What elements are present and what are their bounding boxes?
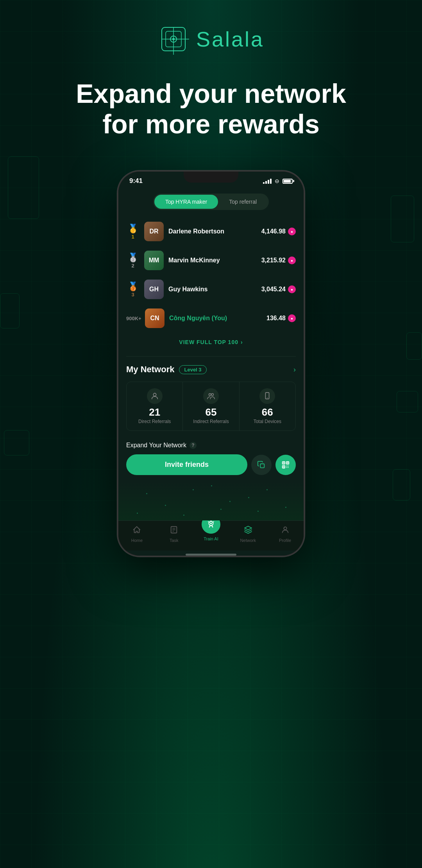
- hero-text: Expand your network for more rewards: [52, 78, 369, 139]
- nav-home[interactable]: Home: [118, 525, 156, 543]
- svg-point-7: [209, 394, 211, 396]
- leader-name-2: Marvin McKinney: [168, 257, 257, 264]
- nav-network[interactable]: Network: [229, 525, 266, 543]
- network-icon: [244, 525, 252, 536]
- svg-rect-18: [286, 466, 287, 466]
- total-devices-label: Total Devices: [254, 419, 281, 424]
- home-icon: [132, 525, 141, 536]
- svg-rect-19: [288, 466, 289, 466]
- nav-profile[interactable]: Profile: [266, 525, 304, 543]
- network-chevron[interactable]: ›: [293, 366, 296, 374]
- indirect-referrals-count: 65: [206, 407, 217, 417]
- svg-point-8: [211, 394, 214, 396]
- leader-score-3: 3,045.24 ●: [261, 285, 296, 293]
- signal-icon: [263, 178, 272, 184]
- profile-label: Profile: [279, 538, 291, 543]
- leader-name-you: Công Nguyên (You): [169, 315, 262, 322]
- invite-friends-button[interactable]: Invite friends: [126, 454, 247, 475]
- svg-rect-20: [286, 467, 287, 468]
- leaderboard-item-1: 🥇 1 DR Darlene Robertson 4,146.98 ●: [126, 217, 296, 246]
- logo-icon: [158, 23, 189, 55]
- invite-row: Invite friends: [126, 454, 296, 475]
- battery-icon: [283, 179, 293, 184]
- phone-notch: [184, 172, 238, 183]
- rank-900k: 900K+: [126, 316, 140, 321]
- help-icon[interactable]: ?: [190, 442, 197, 449]
- expand-label-row: Expand Your Network ?: [126, 442, 296, 449]
- svg-point-10: [267, 398, 268, 398]
- nav-task[interactable]: Task: [156, 525, 193, 543]
- stat-indirect-referrals: 65 Indirect Referrals: [183, 382, 239, 430]
- indirect-referrals-label: Indirect Referrals: [193, 419, 229, 424]
- level-badge: Level 3: [179, 365, 206, 374]
- svg-rect-16: [287, 462, 288, 463]
- my-network-title: My Network: [126, 364, 174, 375]
- status-icons: ⊖: [263, 178, 293, 184]
- svg-rect-21: [288, 467, 289, 468]
- rank-medal-2: 🥈 2: [126, 253, 139, 268]
- direct-referrals-count: 21: [149, 407, 160, 417]
- total-devices-icon: [259, 388, 275, 404]
- copy-link-button[interactable]: [251, 455, 272, 475]
- avatar-3: GH: [144, 280, 164, 299]
- avatar-you: CN: [145, 308, 165, 328]
- leaderboard-item-you: 900K+ CN Công Nguyên (You) 136.48 ●: [126, 304, 296, 333]
- svg-rect-15: [283, 462, 284, 463]
- stat-total-devices: 66 Total Devices: [240, 382, 295, 430]
- task-label: Task: [170, 538, 179, 543]
- app-logo-text: Salala: [196, 27, 264, 51]
- indirect-referrals-icon: [203, 388, 219, 404]
- leader-score-2: 3,215.92 ●: [261, 256, 296, 264]
- svg-rect-11: [260, 464, 264, 468]
- expand-label-text: Expand Your Network: [126, 442, 186, 449]
- home-label: Home: [131, 538, 143, 543]
- particle-area: [118, 481, 304, 520]
- leaderboard-item-3: 🥉 3 GH Guy Hawkins 3,045.24 ●: [126, 275, 296, 304]
- leaderboard: 🥇 1 DR Darlene Robertson 4,146.98 ●: [118, 214, 304, 356]
- expand-section: Expand Your Network ? Invite friends: [118, 435, 304, 481]
- phone-mockup: 9:41 ⊖: [117, 170, 305, 557]
- task-icon: [170, 525, 178, 536]
- bottom-nav: Home Task: [118, 520, 304, 551]
- profile-icon: [281, 525, 290, 536]
- leader-score-you: 136.48 ●: [266, 314, 296, 322]
- home-indicator: [186, 554, 236, 556]
- wifi-icon: ⊖: [275, 178, 279, 184]
- total-devices-count: 66: [262, 407, 273, 417]
- logo-area: Salala: [158, 23, 264, 55]
- rank-medal-1: 🥇 1: [126, 224, 139, 239]
- tab-top-referral[interactable]: Top referral: [218, 195, 268, 209]
- leader-name-1: Darlene Robertson: [168, 228, 257, 235]
- qr-code-button[interactable]: [275, 455, 296, 475]
- train-ai-label: Train AI: [204, 536, 218, 541]
- avatar-1: DR: [144, 222, 164, 241]
- direct-referrals-icon: [147, 388, 163, 404]
- my-network-section: My Network Level 3 ›: [118, 357, 304, 435]
- top-tabs: Top HYRA maker Top referral: [118, 188, 304, 214]
- stat-direct-referrals: 21 Direct Referrals: [127, 382, 183, 430]
- nav-train-ai[interactable]: Train AI: [193, 522, 230, 543]
- direct-referrals-label: Direct Referrals: [138, 419, 171, 424]
- rank-medal-3: 🥉 3: [126, 282, 139, 297]
- svg-point-6: [153, 393, 156, 396]
- view-full-top100[interactable]: VIEW FULL TOP 100 ›: [126, 333, 296, 353]
- leaderboard-item-2: 🥈 2 MM Marvin McKinney 3,215.92 ●: [126, 246, 296, 275]
- svg-point-5: [172, 38, 175, 40]
- svg-point-28: [284, 527, 286, 530]
- network-stats: 21 Direct Referrals: [126, 382, 296, 431]
- leader-name-3: Guy Hawkins: [168, 286, 257, 293]
- svg-point-27: [210, 523, 212, 524]
- avatar-2: MM: [144, 251, 164, 270]
- svg-rect-17: [283, 466, 284, 468]
- leader-score-1: 4,146.98 ●: [261, 228, 296, 235]
- tab-top-hyra[interactable]: Top HYRA maker: [154, 195, 218, 209]
- network-label: Network: [240, 538, 256, 543]
- status-time: 9:41: [129, 177, 143, 185]
